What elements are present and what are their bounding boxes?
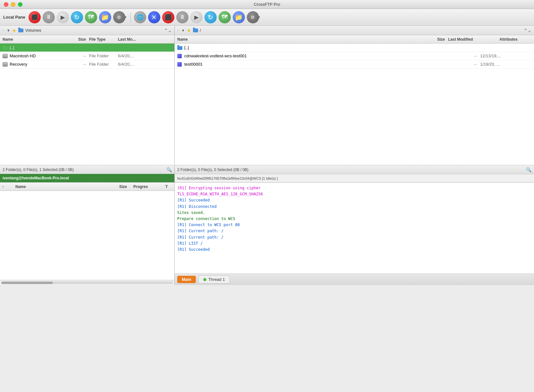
bottom-section: - Name Size Progres T [R1] Encrypting se… [0, 183, 534, 285]
local-newfolder-button[interactable]: 📁 [99, 11, 111, 23]
remote-status-text: 2 Folder(s), 0 File(s), 0 Selected (0B /… [177, 167, 248, 172]
local-file-size: -- [67, 62, 89, 67]
local-path-chevron[interactable]: ⌃⌄ [164, 28, 172, 33]
local-connection-bar: iventang@IvendeMacBook-Pro.local [0, 174, 174, 182]
remote-favorites-icon[interactable]: ★ [187, 28, 191, 33]
remote-file-modified: 12/13/19,... [480, 53, 531, 58]
table-row[interactable]: test00001 -- 1/19/20, ... [175, 60, 534, 69]
remote-disconnect-button[interactable]: ✕ [148, 11, 160, 23]
local-file-name: Recovery [10, 62, 67, 67]
remote-path-bar: ·· ▼ ★ / ⌃⌄ [175, 26, 534, 35]
local-status-bar: 2 Folder(s), 0 File(s), 1 Selected (0B /… [0, 165, 174, 174]
scrollbar-thumb[interactable] [1, 282, 53, 284]
remote-path-dots[interactable]: ·· [177, 28, 179, 33]
local-col-modified[interactable]: Last Mo... [118, 37, 172, 42]
log-line: [R1] Current path: / [177, 228, 531, 234]
transfer-scrollbar[interactable] [0, 280, 174, 285]
remote-col-name[interactable]: Name [177, 37, 416, 42]
local-favorites-icon[interactable]: ★ [12, 28, 16, 33]
local-pause-button[interactable]: ⏸ [43, 11, 55, 23]
tab-thread-1[interactable]: Thread 1 [198, 275, 230, 283]
transfer-col-dash: - [3, 184, 9, 189]
main-toolbar: Local Pane ⬛ ⏸ ▶ ↻ 🗺 📁 ⚙ ▼ 🌐 ✕ ⬛ ⏸ ▶ ↻ 🗺… [0, 9, 534, 26]
table-row[interactable]: [..] [175, 44, 534, 52]
local-col-size[interactable]: Size [67, 37, 89, 42]
remote-connection-text: fec61a542d40ed2f6f6176670ffa1bf94ee13c04… [177, 176, 278, 180]
titlebar: CrossFTP Pro [0, 0, 534, 9]
log-content: [R1] Encrypting session using cipher TLS… [175, 183, 534, 274]
local-col-name[interactable]: Name [3, 37, 67, 42]
remote-connect-button[interactable]: 🌐 [134, 11, 146, 23]
remote-path-dropdown[interactable]: ▼ [181, 29, 185, 32]
remote-newfolder-button[interactable]: 📁 [233, 11, 245, 23]
maximize-button[interactable] [18, 2, 22, 7]
cube-icon [177, 62, 184, 67]
table-row[interactable]: Recovery -- File Folder 6/4/20,... [0, 60, 174, 69]
local-path-dots[interactable]: ·· [3, 28, 5, 33]
disk-icon [3, 53, 10, 59]
remote-search-icon[interactable]: 🔍 [526, 167, 531, 172]
local-gear-button[interactable]: ⚙ [113, 11, 125, 23]
local-file-name: [..] [10, 45, 67, 50]
table-row[interactable]: cdnwalextest-vodtest-wcs-test001 -- 12/1… [175, 52, 534, 60]
log-line: [R1] Connect to WCS port 80 [177, 222, 531, 228]
local-file-type: File Folder [89, 53, 118, 58]
table-row[interactable]: Macintosh HD -- File Folder 6/4/20,... [0, 52, 174, 60]
local-file-header: Name Size File Type Last Mo... [0, 35, 174, 44]
local-stop-button[interactable]: ⬛ [29, 11, 41, 23]
transfer-col-size: Size [104, 184, 127, 189]
log-line: Sites saved. [177, 210, 531, 216]
close-button[interactable] [4, 2, 8, 7]
local-pane-label: Local Pane [3, 15, 25, 20]
remote-col-modified[interactable]: Last Modified [448, 37, 499, 42]
local-file-list[interactable]: [..] Macintosh HD -- File Folder 6/4/20,… [0, 44, 174, 165]
minimize-button[interactable] [11, 2, 15, 7]
scrollbar-track[interactable] [1, 282, 173, 284]
local-path-bar: ·· ▼ ★ Volumes ⌃⌄ [0, 26, 174, 35]
remote-status-bar: 2 Folder(s), 0 File(s), 0 Selected (0B /… [175, 165, 534, 174]
local-play-button[interactable]: ▶ [57, 11, 69, 23]
log-tab-bar: Main Thread 1 [175, 274, 534, 285]
local-gear-dropdown-arrow[interactable]: ▼ [124, 15, 127, 19]
local-image-button[interactable]: 🗺 [85, 11, 97, 23]
table-row[interactable]: [..] [0, 44, 174, 52]
log-line: [R1] Encrypting session using cipher [177, 185, 531, 191]
log-line: [R1] Current path: / [177, 234, 531, 241]
thread-status-dot [203, 278, 206, 281]
window-controls[interactable] [4, 2, 22, 7]
tab-thread-label: Thread 1 [208, 277, 225, 282]
remote-file-pane: ·· ▼ ★ / ⌃⌄ Name Size Last Modified Attr… [175, 26, 534, 182]
remote-file-name: test00001 [184, 62, 448, 67]
remote-file-size: -- [448, 53, 480, 58]
toolbar-separator [130, 12, 131, 22]
remote-stop-button[interactable]: ⬛ [162, 11, 174, 23]
remote-file-name: [..] [184, 45, 448, 50]
remote-gear-dropdown-arrow[interactable]: ▼ [258, 15, 261, 19]
local-connection-text: iventang@IvendeMacBook-Pro.local [3, 176, 69, 180]
log-line: [R1] Succeeded [177, 247, 531, 253]
remote-pause-button[interactable]: ⏸ [176, 11, 188, 23]
remote-file-list[interactable]: [..] cdnwalextest-vodtest-wcs-test001 --… [175, 44, 534, 165]
remote-gear-button[interactable]: ⚙ [247, 11, 259, 23]
transfer-col-progress: Progres [133, 184, 159, 189]
remote-path-chevron[interactable]: ⌃⌄ [524, 28, 531, 33]
local-path-text: Volumes [25, 28, 162, 33]
remote-refresh-button[interactable]: ↻ [204, 11, 217, 23]
remote-col-attrs[interactable]: Attributes [499, 37, 531, 42]
remote-image-button[interactable]: 🗺 [219, 11, 231, 23]
local-col-type[interactable]: File Type [89, 37, 118, 42]
remote-file-header: Name Size Last Modified Attributes [175, 35, 534, 44]
local-path-dropdown[interactable]: ▼ [7, 29, 10, 32]
local-search-icon[interactable]: 🔍 [166, 167, 172, 172]
transfer-pane: - Name Size Progres T [0, 183, 175, 285]
cube-icon [177, 53, 184, 59]
remote-play-button[interactable]: ▶ [190, 11, 203, 23]
tab-main[interactable]: Main [177, 276, 196, 283]
disk-icon [3, 62, 10, 67]
local-refresh-button[interactable]: ↻ [71, 11, 83, 23]
local-file-modified: 6/4/20,... [118, 62, 172, 67]
remote-col-size[interactable]: Size [416, 37, 448, 42]
transfer-col-thread: T [165, 184, 172, 189]
local-file-pane: ·· ▼ ★ Volumes ⌃⌄ Name Size File Type La… [0, 26, 175, 182]
local-file-size: -- [67, 53, 89, 58]
